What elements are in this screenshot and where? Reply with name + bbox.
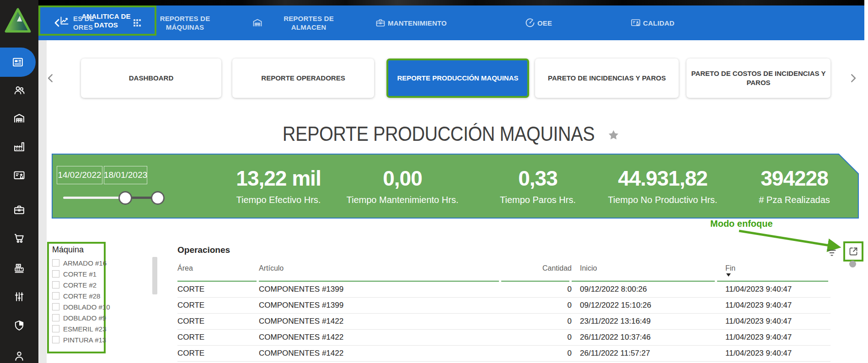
nav-item-reportes-almacen[interactable]: REPORTES DE ALMACEN [252, 14, 343, 32]
slicer-item-corte-1[interactable]: CORTE #1 [52, 268, 104, 279]
person-icon [13, 349, 26, 362]
gauge-icon [525, 17, 536, 28]
checkbox[interactable] [52, 314, 59, 321]
table-title: Operaciones [177, 245, 230, 255]
top-navbar: ES DE ORES REPORTES DE MÁQUINAS [38, 5, 864, 40]
favorite-star-icon[interactable] [607, 129, 620, 141]
toolbox-icon [13, 203, 26, 216]
checkbox[interactable] [52, 281, 59, 288]
nav-item-reportes-operadores-truncated[interactable]: ES DE ORES [73, 14, 94, 32]
slicer-item-label: CORTE #2 [63, 281, 96, 289]
slicer-item-pintura-13[interactable]: PINTURA #13 [52, 334, 104, 345]
tab-pareto-costos[interactable]: PARETO DE COSTOS DE INCIDENCIAS Y PAROS [686, 59, 830, 98]
slicer-item-doblado-10[interactable]: DOBLADO #10 [52, 301, 104, 312]
tab-label: DASHBOARD [129, 74, 174, 83]
cell-articulo: COMPONENTES #1399 [259, 301, 501, 310]
column-label: Inicio [580, 264, 597, 272]
cell-cantidad: 0 [501, 285, 572, 294]
nav-label: MÁQUINAS [152, 23, 218, 32]
nav-label: ALMACEN [275, 23, 343, 32]
tab-pareto-incidencias[interactable]: PARETO DE INCIDENCIAS Y PAROS [535, 59, 679, 98]
date-end-value: 18/01/2023 [104, 170, 147, 180]
column-label: Cantidad [542, 264, 572, 272]
toolbox-icon [375, 17, 386, 28]
checkbox[interactable] [52, 336, 59, 343]
sidebar [0, 0, 38, 363]
cell-cantidad: 0 [501, 349, 572, 358]
sidebar-item-user[interactable] [0, 346, 38, 363]
tabs-scroll-left-icon[interactable] [45, 72, 57, 84]
nav-item-reportes-maquinas[interactable]: REPORTES DE MÁQUINAS [132, 14, 218, 32]
page-title: REPORTE PRODUCCIÓN MAQUINAS [283, 123, 595, 145]
checkbox[interactable] [52, 325, 59, 332]
tabs-scroll-right-icon[interactable] [847, 72, 859, 84]
checkbox[interactable] [52, 303, 59, 310]
cell-cantidad: 0 [501, 301, 572, 310]
filter-icon[interactable] [826, 247, 838, 259]
table-row: CORTE COMPONENTES #1422 0 23/11/2022 13:… [177, 314, 830, 330]
sidebar-item-security[interactable] [0, 315, 38, 336]
sidebar-item-operators[interactable] [0, 80, 38, 100]
sidebar-item-purchases[interactable] [0, 228, 38, 248]
tab-label: PARETO DE COSTOS DE INCIDENCIAS Y PAROS [691, 69, 826, 87]
column-label: Artículo [259, 264, 284, 272]
date-slider-handle-end[interactable] [151, 191, 165, 205]
nav-item-mantenimiento[interactable]: MANTENIMIENTO [375, 17, 447, 28]
column-header-articulo[interactable]: Artículo [259, 262, 501, 282]
date-start-input[interactable]: 14/02/2022 [57, 166, 102, 184]
slicer-item-corte-2[interactable]: CORTE #2 [52, 279, 104, 290]
slicer-item-esmeril-23[interactable]: ESMERIL #23 [52, 323, 104, 334]
sidebar-item-quality[interactable] [0, 165, 38, 186]
cell-articulo: COMPONENTES #1422 [259, 317, 501, 326]
kpi-label: # Pza Realizadas [703, 195, 868, 205]
slicer-item-corte-28[interactable]: CORTE #28 [52, 290, 104, 301]
nav-label: REPORTES DE [152, 14, 218, 23]
sidebar-item-dashboard-active[interactable] [0, 48, 36, 77]
nav-label: OEE [537, 19, 552, 27]
column-header-area[interactable]: Área [177, 262, 259, 282]
sidebar-item-maintenance[interactable] [0, 200, 38, 220]
chevron-left-icon [52, 17, 63, 28]
cell-articulo: COMPONENTES #1422 [259, 349, 501, 358]
table-row: CORTE COMPONENTES #1399 0 09/12/2022 15:… [177, 298, 830, 314]
sidebar-item-factory[interactable] [0, 137, 38, 157]
tab-reporte-operadores[interactable]: REPORTE OPERADORES [232, 59, 374, 98]
certificate-icon [13, 169, 26, 182]
slicer-item-armado-16[interactable]: ARMADO #16 [52, 257, 104, 268]
certificate-icon [630, 17, 641, 28]
cell-articulo: COMPONENTES #1399 [259, 285, 501, 294]
column-header-fin[interactable]: Fin [717, 262, 830, 282]
sidebar-item-sales[interactable] [0, 258, 38, 278]
tab-reporte-produccion-maquinas[interactable]: REPORTE PRODUCCIÓN MAQUINAS [386, 59, 529, 98]
slicer-scrollbar[interactable] [152, 257, 157, 294]
checkbox[interactable] [52, 292, 59, 299]
app-logo [4, 7, 32, 34]
date-slider-track[interactable] [63, 197, 125, 199]
slicer-item-label: ESMERIL #23 [63, 325, 107, 333]
warehouse-icon [252, 17, 263, 28]
date-end-input[interactable]: 18/01/2023 [104, 166, 147, 184]
sidebar-item-warehouse[interactable] [0, 108, 38, 128]
cell-fin: 11/04/2023 9:40:47 [717, 349, 830, 358]
nav-back-button[interactable] [52, 17, 63, 28]
slicer-item-doblado-9[interactable]: DOBLADO #9 [52, 312, 104, 323]
cell-inicio: 26/11/2022 10:37:46 [572, 333, 717, 342]
nav-item-oee[interactable]: OEE [525, 17, 552, 28]
checkbox[interactable] [52, 259, 59, 267]
column-header-cantidad[interactable]: Cantidad [501, 262, 572, 282]
focus-mode-button[interactable] [843, 241, 863, 262]
tab-label: PARETO DE INCIDENCIAS Y PAROS [548, 74, 666, 83]
cell-fin: 11/04/2023 9:40:47 [717, 333, 830, 342]
cell-fin: 11/04/2023 9:40:47 [717, 317, 830, 326]
checkbox[interactable] [52, 270, 59, 278]
sidebar-item-settings[interactable] [0, 287, 38, 307]
date-slider-handle-start[interactable] [118, 191, 132, 205]
column-header-inicio[interactable]: Inicio [572, 262, 717, 282]
cell-area: CORTE [177, 285, 259, 294]
nav-item-calidad[interactable]: CALIDAD [630, 17, 675, 28]
kpi-banner: 14/02/2022 18/01/2023 13,22 mil Tiempo E… [52, 154, 859, 219]
cell-articulo: COMPONENTES #1422 [259, 333, 501, 342]
app-window: ES DE ORES REPORTES DE MÁQUINAS [0, 0, 868, 363]
tab-dashboard[interactable]: DASHBOARD [81, 59, 221, 98]
table-row: CORTE COMPONENTES #1422 0 26/11/2022 11:… [177, 346, 830, 362]
